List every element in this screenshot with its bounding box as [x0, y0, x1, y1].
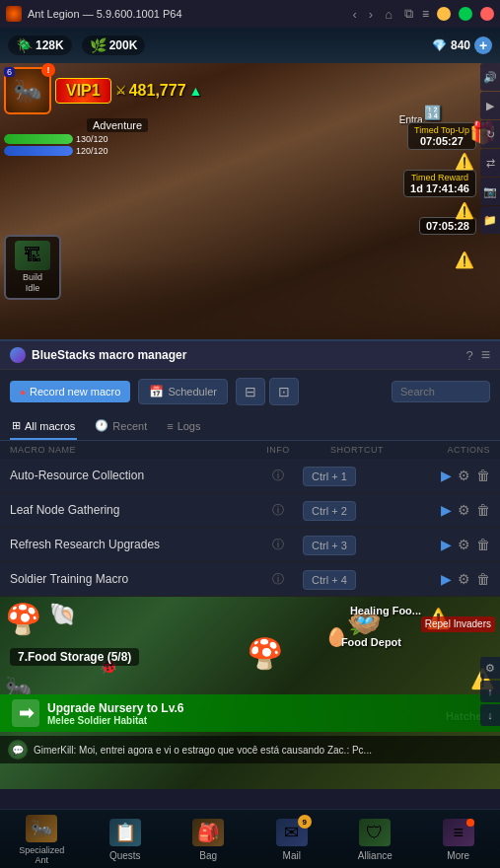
tab-recent[interactable]: 🕐 Recent: [93, 413, 149, 440]
vip-area[interactable]: 🐜 6 ! VIP1 ⚔ 481,777 ▲: [4, 67, 202, 114]
sync-icon[interactable]: ⇄: [480, 149, 500, 177]
timer-reward-value: 1d 17:41:46: [410, 182, 469, 194]
timer-topup-value: 07:05:27: [414, 135, 469, 147]
macro-name-3[interactable]: Soldier Training Macro: [10, 572, 253, 586]
import-button-2[interactable]: ⊡: [269, 378, 299, 405]
leaf-resource[interactable]: 🌿 200K: [82, 36, 146, 55]
resource-bar: 🪲 128K 🌿 200K 💎 840 +: [0, 28, 500, 63]
play-button-0[interactable]: ▶: [441, 468, 452, 483]
volume-icon[interactable]: 🔊: [480, 63, 500, 91]
side-panel-right: 🔊 ▶ ↻ ⇄ 📷 📁: [480, 63, 500, 234]
home-button[interactable]: ⌂: [382, 7, 395, 22]
forward-button[interactable]: ›: [366, 7, 376, 22]
macro-shortcut-0[interactable]: Ctrl + 1: [303, 467, 411, 484]
macro-name-0[interactable]: Auto-Resource Collection: [10, 469, 253, 482]
macro-shortcut-2[interactable]: Ctrl + 3: [303, 536, 411, 553]
game-viewport-bottom[interactable]: 🍄 🐚 🪺 🥚 🐜 🐞 ⚠️ ⚠️ 🍄 Healing Foo... Food …: [0, 597, 500, 789]
arrow-down-icon[interactable]: ↓: [480, 704, 500, 726]
scheduler-button[interactable]: 📅 Scheduler: [138, 379, 228, 404]
game-viewport-top[interactable]: 🐜 6 ! VIP1 ⚔ 481,777 ▲ Adventure 130/120…: [0, 63, 500, 339]
diamond-amount: 840: [451, 38, 470, 52]
more-alert-dot: [466, 819, 474, 827]
diamond-icon: 💎: [432, 38, 447, 52]
nav-item-quests[interactable]: 📋 Quests: [84, 810, 168, 868]
macro-info-0[interactable]: ⓘ: [253, 468, 303, 484]
tab-all-macros[interactable]: ⊞ All macros: [10, 413, 77, 440]
col-actions: ACTIONS: [411, 445, 490, 455]
multi-window-button[interactable]: ⧉: [401, 6, 416, 22]
play-icon[interactable]: ▶: [480, 92, 500, 119]
col-info: INFO: [253, 445, 303, 455]
delete-button-1[interactable]: 🗑: [476, 502, 490, 518]
alert-badge: !: [41, 63, 55, 77]
play-button-2[interactable]: ▶: [441, 537, 452, 552]
bottom-nav: 🐜 SpecializedAnt 📋 Quests 🎒 Bag ✉ 9 Mail…: [0, 809, 500, 868]
mail-badge: 9: [298, 815, 312, 829]
macro-shortcut-3[interactable]: Ctrl + 4: [303, 570, 411, 588]
delete-button-0[interactable]: 🗑: [476, 468, 490, 483]
back-button[interactable]: ‹: [349, 7, 359, 22]
macro-name-1[interactable]: Leaf Node Gathering: [10, 503, 253, 517]
macro-panel-title: BlueStacks macro manager: [32, 348, 186, 362]
macro-info-2[interactable]: ⓘ: [253, 537, 303, 553]
timer-reward[interactable]: Timed Reward 1d 17:41:46: [403, 170, 476, 197]
delete-button-2[interactable]: 🗑: [476, 537, 490, 552]
upgrade-arrow-icon: ➡: [12, 699, 39, 727]
settings-button-0[interactable]: ⚙: [458, 468, 470, 483]
diamond-resource[interactable]: 💎 840 +: [432, 36, 492, 54]
nav-item-bag[interactable]: 🎒 Bag: [167, 810, 250, 868]
macro-info-3[interactable]: ⓘ: [253, 571, 303, 588]
nav-item-alliance[interactable]: 🛡 Alliance: [333, 810, 417, 868]
maximize-button[interactable]: [459, 7, 472, 21]
healing-label[interactable]: Healing Foo...: [350, 605, 421, 616]
play-button-3[interactable]: ▶: [441, 571, 452, 587]
food-depot-label[interactable]: Food Depot: [341, 636, 401, 648]
food-storage-label[interactable]: 7.Food Storage (5/8): [10, 648, 139, 666]
gold-amount: 128K: [36, 38, 64, 52]
nav-label-alliance: Alliance: [358, 850, 393, 861]
grid-icon: ⊞: [12, 419, 21, 432]
macro-info-1[interactable]: ⓘ: [253, 502, 303, 519]
play-button-1[interactable]: ▶: [441, 502, 452, 518]
rotate-icon[interactable]: ↻: [480, 120, 500, 148]
repel-invaders-button[interactable]: Repel Invaders: [421, 616, 495, 632]
build-idle-button[interactable]: 🏗 BuildIdle: [4, 235, 61, 300]
timer-topup[interactable]: Timed Top-Up 07:05:27: [407, 122, 476, 150]
macro-search-input[interactable]: [392, 381, 490, 402]
vip-banner[interactable]: VIP1: [55, 78, 111, 104]
tab-logs[interactable]: ≡ Logs: [165, 413, 202, 440]
player-avatar[interactable]: 🐜 6 !: [4, 67, 51, 114]
close-button[interactable]: [480, 7, 494, 21]
adventure-label[interactable]: Adventure: [87, 118, 148, 132]
calendar-icon: 📅: [149, 385, 164, 398]
delete-button-3[interactable]: 🗑: [476, 571, 490, 587]
arrow-up-icon[interactable]: ↑: [480, 681, 500, 702]
help-icon[interactable]: ?: [465, 348, 472, 363]
folder-icon[interactable]: 📁: [480, 206, 500, 234]
settings-button-3[interactable]: ⚙: [458, 571, 470, 587]
macro-name-2[interactable]: Refresh Research Upgrades: [10, 538, 253, 551]
settings-gear-icon[interactable]: ⚙: [480, 657, 500, 679]
upgrade-banner[interactable]: ➡ Upgrade Nursery to Lv.6 Melee Soldier …: [0, 694, 500, 732]
macro-menu-icon[interactable]: ≡: [481, 347, 490, 363]
camera-icon[interactable]: 📷: [480, 178, 500, 205]
nav-item-more[interactable]: ≡ More: [417, 810, 501, 868]
app-title: Ant Legion — 5.9.600.1001 P64: [28, 8, 343, 20]
alliance-icon: 🛡: [359, 819, 391, 846]
gold-resource[interactable]: 🪲 128K: [8, 36, 72, 55]
settings-button-2[interactable]: ⚙: [458, 537, 470, 552]
nav-item-specialized-ant[interactable]: 🐜 SpecializedAnt: [0, 810, 84, 868]
record-new-macro-button[interactable]: ● Record new macro: [10, 381, 130, 402]
chat-bar[interactable]: 💬 GimerKill: Moi, entrei agora e vi o es…: [0, 736, 500, 763]
settings-button-1[interactable]: ⚙: [458, 502, 470, 518]
menu-button[interactable]: ≡: [422, 7, 429, 21]
bluestacks-logo: [10, 347, 26, 363]
macro-shortcut-1[interactable]: Ctrl + 2: [303, 501, 411, 519]
import-button-1[interactable]: ⊟: [236, 378, 265, 405]
macro-panel: BlueStacks macro manager ? ≡ ● Record ne…: [0, 339, 500, 597]
app-icon: [6, 6, 22, 22]
minimize-button[interactable]: [437, 7, 451, 21]
add-diamond-button[interactable]: +: [474, 36, 492, 54]
nav-item-mail[interactable]: ✉ 9 Mail: [250, 810, 334, 868]
nav-label-mail: Mail: [283, 850, 301, 861]
